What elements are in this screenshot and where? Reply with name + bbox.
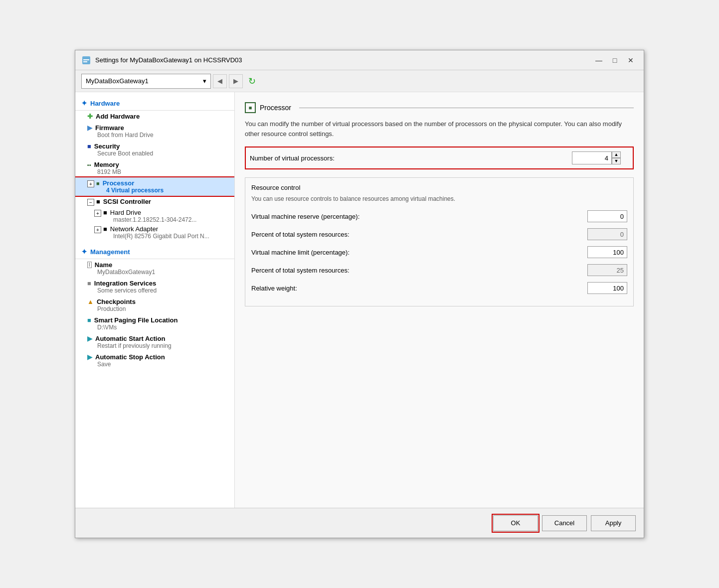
close-button[interactable]: ✕ (624, 54, 638, 66)
vm-reserve-row: Virtual machine reserve (percentage): (251, 210, 627, 222)
dropdown-arrow: ▾ (203, 77, 206, 85)
hardware-section-icon: ✦ (81, 99, 87, 107)
percent-total-2-label: Percent of total system resources: (251, 267, 587, 274)
firmware-subtitle: Boot from Hard Drive (87, 132, 228, 139)
security-subtitle: Secure Boot enabled (87, 150, 228, 157)
network-subtitle: Intel(R) 82576 Gigabit Dual Port N... (103, 233, 209, 240)
panel-title: Processor (260, 104, 291, 112)
harddrive-expand-row: + ■ Hard Drive master.1.2.18252.1-304-24… (94, 209, 228, 223)
scsi-expand-btn[interactable]: − (87, 199, 94, 206)
name-subtitle: MyDataBoxGateway1 (87, 269, 228, 276)
hardware-section-header: ✦ Hardware (75, 96, 234, 111)
relative-weight-input[interactable] (587, 282, 627, 294)
name-title: I Name (87, 261, 228, 269)
vm-limit-label: Virtual machine limit (percentage): (251, 249, 587, 256)
processor-expand-btn[interactable]: + (87, 180, 94, 187)
percent-total-2-row: Percent of total system resources: (251, 264, 627, 276)
sidebar-item-checkpoints[interactable]: ▲ Checkpoints Production (75, 296, 234, 314)
vm-name: MyDataBoxGateway1 (86, 77, 149, 85)
vp-increment-button[interactable]: ▲ (612, 151, 621, 158)
autostop-subtitle: Save (87, 361, 228, 368)
sidebar-item-security[interactable]: ■ Security Secure Boot enabled (75, 141, 234, 159)
sidebar-item-firmware[interactable]: ▶ Firmware Boot from Hard Drive (75, 122, 234, 141)
sidebar-item-memory[interactable]: ▪▪ Memory 8192 MB (75, 159, 234, 177)
sidebar: ✦ Hardware ✚ Add Hardware ▶ Firmware Boo… (75, 92, 235, 508)
sidebar-item-scsi[interactable]: − ■ SCSI Controller (75, 196, 234, 208)
vp-input-group: ▲ ▼ (572, 151, 621, 164)
sidebar-item-autostop[interactable]: ▶ Automatic Stop Action Save (75, 351, 234, 370)
security-title: ■ Security (87, 143, 228, 150)
management-section-header: ✦ Management (75, 245, 234, 259)
memory-subtitle: 8192 MB (87, 168, 228, 175)
scsi-icon: ■ (96, 198, 100, 205)
settings-window: Settings for MyDataBoxGateway1 on HCSSRV… (75, 50, 644, 538)
autostop-title: ▶ Automatic Stop Action (87, 353, 228, 361)
autostart-subtitle: Restart if previously running (87, 342, 228, 349)
processor-title: ■ Processor (96, 179, 164, 187)
sidebar-item-harddrive[interactable]: + ■ Hard Drive master.1.2.18252.1-304-24… (75, 208, 234, 224)
resource-control-desc: You can use resource controls to balance… (251, 195, 627, 202)
security-icon: ■ (87, 143, 91, 150)
refresh-icon: ↻ (248, 76, 256, 87)
panel-description: You can modify the number of virtual pro… (245, 119, 634, 139)
minimize-button[interactable]: — (592, 54, 606, 66)
toolbar: MyDataBoxGateway1 ▾ ◀ ▶ ↻ (75, 70, 644, 92)
vp-input[interactable] (572, 151, 612, 164)
vp-decrement-button[interactable]: ▼ (612, 158, 621, 164)
memory-icon: ▪▪ (87, 162, 91, 168)
vp-label: Number of virtual processors: (250, 154, 335, 162)
add-hardware-title: ✚ Add Hardware (87, 113, 228, 120)
refresh-button[interactable]: ↻ (245, 74, 259, 88)
hardware-label: Hardware (90, 100, 120, 107)
sidebar-item-add-hardware[interactable]: ✚ Add Hardware (75, 111, 234, 122)
checkpoints-title: ▲ Checkpoints (87, 298, 228, 305)
network-icon: ■ (103, 225, 107, 233)
processor-expand-row: + ■ Processor 4 Virtual processors (87, 179, 228, 194)
firmware-icon: ▶ (87, 124, 92, 132)
processor-subtitle: 4 Virtual processors (96, 187, 164, 194)
vp-spinner: ▲ ▼ (612, 151, 621, 164)
bottom-bar: OK Cancel Apply (75, 508, 644, 538)
processor-icon: ■ (96, 180, 100, 186)
percent-total-1-label: Percent of total system resources: (251, 231, 587, 238)
relative-weight-label: Relative weight: (251, 285, 587, 292)
window-icon (81, 55, 91, 65)
sidebar-item-smartpaging[interactable]: ■ Smart Paging File Location D:\VMs (75, 314, 234, 333)
vm-limit-input[interactable] (587, 246, 627, 258)
vm-reserve-input[interactable] (587, 210, 627, 222)
smartpaging-icon: ■ (87, 316, 91, 324)
ok-button[interactable]: OK (493, 515, 538, 531)
memory-title: ▪▪ Memory (87, 161, 228, 168)
window-title: Settings for MyDataBoxGateway1 on HCSSRV… (95, 56, 242, 64)
apply-button[interactable]: Apply (591, 515, 636, 531)
network-title: ■ Network Adapter (103, 225, 209, 233)
checkpoints-icon: ▲ (87, 298, 94, 305)
checkpoints-subtitle: Production (87, 305, 228, 312)
percent-total-1-input (587, 228, 627, 240)
network-expand-btn[interactable]: + (94, 226, 101, 233)
sidebar-item-name[interactable]: I Name MyDataBoxGateway1 (75, 259, 234, 278)
integration-title: ■ Integration Services (87, 280, 228, 287)
title-bar: Settings for MyDataBoxGateway1 on HCSSRV… (75, 50, 644, 70)
sidebar-item-autostart[interactable]: ▶ Automatic Start Action Restart if prev… (75, 333, 234, 351)
svg-rect-2 (83, 61, 87, 62)
sidebar-item-processor[interactable]: + ■ Processor 4 Virtual processors (75, 177, 234, 196)
network-expand-row: + ■ Network Adapter Intel(R) 82576 Gigab… (94, 225, 228, 240)
restore-button[interactable]: □ (608, 54, 622, 66)
sidebar-item-integration[interactable]: ■ Integration Services Some services off… (75, 278, 234, 296)
processor-section: ■ Processor You can modify the number of… (245, 102, 634, 306)
smartpaging-subtitle: D:\VMs (87, 324, 228, 331)
harddrive-expand-btn[interactable]: + (94, 210, 101, 217)
firmware-title: ▶ Firmware (87, 124, 228, 132)
cancel-button[interactable]: Cancel (542, 515, 587, 531)
harddrive-subtitle: master.1.2.18252.1-304-2472... (103, 216, 196, 223)
vm-dropdown[interactable]: MyDataBoxGateway1 ▾ (81, 74, 211, 89)
resource-control-section: Resource control You can use resource co… (245, 177, 634, 306)
sidebar-item-network[interactable]: + ■ Network Adapter Intel(R) 82576 Gigab… (75, 224, 234, 241)
nav-forward-button[interactable]: ▶ (229, 74, 243, 88)
nav-back-button[interactable]: ◀ (213, 74, 227, 88)
name-icon: I (87, 262, 92, 268)
add-hardware-icon: ✚ (87, 113, 93, 120)
percent-total-1-row: Percent of total system resources: (251, 228, 627, 240)
autostop-icon: ▶ (87, 353, 92, 361)
